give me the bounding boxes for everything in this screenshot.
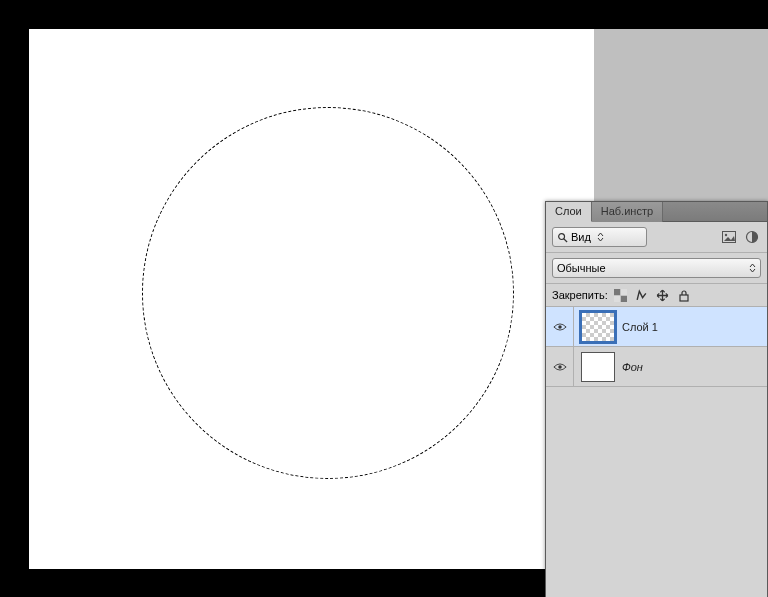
lock-transparency-icon[interactable]	[614, 288, 628, 302]
selection-marquee-circle	[142, 107, 514, 479]
search-icon	[557, 232, 568, 243]
layers-list: Слой 1 Фон	[546, 307, 767, 597]
layer-thumbnail[interactable]	[581, 312, 615, 342]
svg-point-11	[558, 365, 562, 369]
eye-icon	[553, 322, 567, 332]
visibility-toggle[interactable]	[546, 347, 574, 386]
tab-layers[interactable]: Слои	[546, 202, 592, 222]
caret-icon	[749, 263, 756, 273]
blend-row: Обычные	[546, 253, 767, 284]
filter-adjustment-icon[interactable]	[743, 228, 761, 246]
lock-pixels-icon[interactable]	[635, 288, 649, 302]
lock-row: Закрепить:	[546, 284, 767, 307]
layers-panel: Слои Наб.инстр Вид Обычные Закр	[545, 201, 768, 597]
lock-label: Закрепить:	[552, 289, 608, 301]
lock-icons	[614, 288, 691, 302]
blend-mode-label: Обычные	[557, 262, 606, 274]
layers-empty-area	[546, 387, 767, 597]
layer-row-background[interactable]: Фон	[546, 347, 767, 387]
svg-rect-6	[621, 295, 628, 302]
svg-line-1	[564, 238, 567, 241]
canvas-area[interactable]	[29, 29, 594, 569]
tab-tool-presets[interactable]: Наб.инстр	[592, 202, 663, 222]
eye-icon	[553, 362, 567, 372]
svg-rect-8	[614, 295, 621, 302]
layer-filter-dropdown[interactable]: Вид	[552, 227, 647, 247]
layer-thumbnail[interactable]	[581, 352, 615, 382]
layer-row-1[interactable]: Слой 1	[546, 307, 767, 347]
lock-position-icon[interactable]	[656, 288, 670, 302]
filter-image-icon[interactable]	[720, 228, 738, 246]
svg-point-10	[558, 325, 562, 329]
blend-mode-dropdown[interactable]: Обычные	[552, 258, 761, 278]
filter-label: Вид	[571, 231, 591, 243]
panel-tabs: Слои Наб.инстр	[546, 202, 767, 222]
svg-rect-5	[614, 289, 621, 296]
filter-row: Вид	[546, 222, 767, 253]
layer-name[interactable]: Слой 1	[622, 321, 658, 333]
svg-rect-7	[621, 289, 628, 296]
caret-icon	[597, 232, 604, 242]
visibility-toggle[interactable]	[546, 307, 574, 346]
svg-rect-9	[680, 295, 688, 301]
svg-point-3	[725, 234, 727, 236]
lock-all-icon[interactable]	[677, 288, 691, 302]
svg-point-0	[559, 233, 565, 239]
layer-name[interactable]: Фон	[622, 361, 643, 373]
